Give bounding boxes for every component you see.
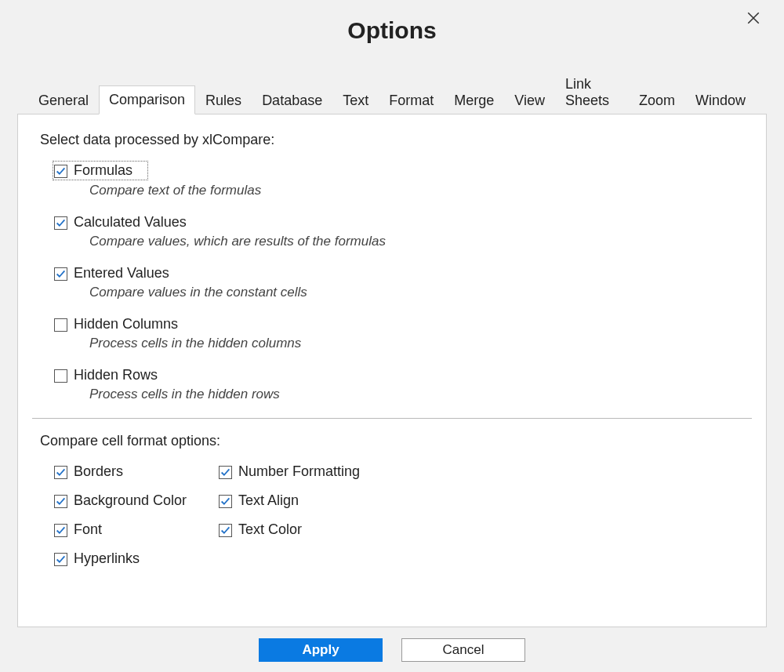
dialog-button-row: Apply Cancel — [0, 638, 784, 662]
checkbox-entered-values[interactable] — [54, 267, 67, 281]
checkbox-font[interactable] — [54, 524, 67, 537]
close-button[interactable] — [746, 11, 765, 30]
format-option-font[interactable]: Font — [54, 521, 219, 538]
option-label: Formulas — [74, 162, 132, 179]
option-description: Compare values, which are results of the… — [89, 234, 744, 249]
checkbox-borders[interactable] — [54, 466, 67, 479]
tab-bar: GeneralComparisonRulesDatabaseTextFormat… — [0, 69, 784, 114]
tab-link-sheets[interactable]: Link Sheets — [555, 70, 629, 114]
tab-database[interactable]: Database — [252, 86, 332, 114]
option-hidden-rows[interactable]: Hidden Rows — [54, 367, 744, 383]
checkbox-formulas[interactable] — [54, 165, 67, 178]
checkbox-text-align[interactable] — [219, 495, 232, 508]
close-icon — [746, 13, 760, 28]
option-label: Text Color — [238, 521, 302, 538]
option-label: Number Formatting — [238, 463, 360, 480]
option-label: Calculated Values — [74, 214, 187, 231]
tab-rules[interactable]: Rules — [195, 86, 252, 114]
option-formulas[interactable]: Formulas — [53, 162, 147, 180]
tab-merge[interactable]: Merge — [444, 86, 504, 114]
format-option-text-align[interactable]: Text Align — [219, 492, 383, 509]
checkbox-hidden-rows[interactable] — [54, 369, 67, 383]
format-option-hyperlinks[interactable]: Hyperlinks — [54, 550, 219, 567]
checkbox-background-color[interactable] — [54, 495, 67, 508]
format-option-text-color[interactable]: Text Color — [219, 521, 383, 538]
format-option-number-formatting[interactable]: Number Formatting — [219, 463, 383, 480]
format-option-background-color[interactable]: Background Color — [54, 492, 219, 509]
tab-panel-comparison: Select data processed by xlCompare: Form… — [17, 114, 767, 627]
option-label: Text Align — [238, 492, 299, 509]
option-description: Process cells in the hidden columns — [89, 336, 744, 351]
option-description: Compare text of the formulas — [89, 183, 744, 198]
checkbox-number-formatting[interactable] — [219, 466, 232, 479]
tab-window[interactable]: Window — [685, 86, 756, 114]
option-label: Hidden Rows — [74, 367, 158, 383]
format-option-borders[interactable]: Borders — [54, 463, 219, 480]
tab-zoom[interactable]: Zoom — [629, 86, 685, 114]
section2-heading: Compare cell format options: — [40, 433, 744, 449]
option-label: Background Color — [74, 492, 187, 509]
option-calculated-values[interactable]: Calculated Values — [54, 214, 744, 231]
tab-general[interactable]: General — [28, 86, 99, 114]
section1-heading: Select data processed by xlCompare: — [40, 132, 744, 148]
tab-view[interactable]: View — [504, 86, 555, 114]
option-description: Compare values in the constant cells — [89, 285, 744, 300]
option-entered-values[interactable]: Entered Values — [54, 265, 744, 282]
apply-button[interactable]: Apply — [259, 638, 383, 662]
tab-text[interactable]: Text — [332, 86, 379, 114]
option-label: Hidden Columns — [74, 316, 178, 332]
option-label: Hyperlinks — [74, 550, 140, 567]
checkbox-hidden-columns[interactable] — [54, 318, 67, 332]
checkbox-text-color[interactable] — [219, 524, 232, 537]
tab-format[interactable]: Format — [379, 86, 444, 114]
option-label: Borders — [74, 463, 123, 480]
checkbox-calculated-values[interactable] — [54, 216, 67, 230]
dialog-title: Options — [0, 0, 784, 44]
option-label: Entered Values — [74, 265, 169, 282]
option-label: Font — [74, 521, 102, 538]
cancel-button[interactable]: Cancel — [401, 638, 525, 662]
tab-comparison[interactable]: Comparison — [99, 85, 195, 114]
option-hidden-columns[interactable]: Hidden Columns — [54, 316, 744, 332]
option-description: Process cells in the hidden rows — [89, 387, 744, 402]
section-divider — [32, 418, 752, 419]
checkbox-hyperlinks[interactable] — [54, 553, 67, 566]
